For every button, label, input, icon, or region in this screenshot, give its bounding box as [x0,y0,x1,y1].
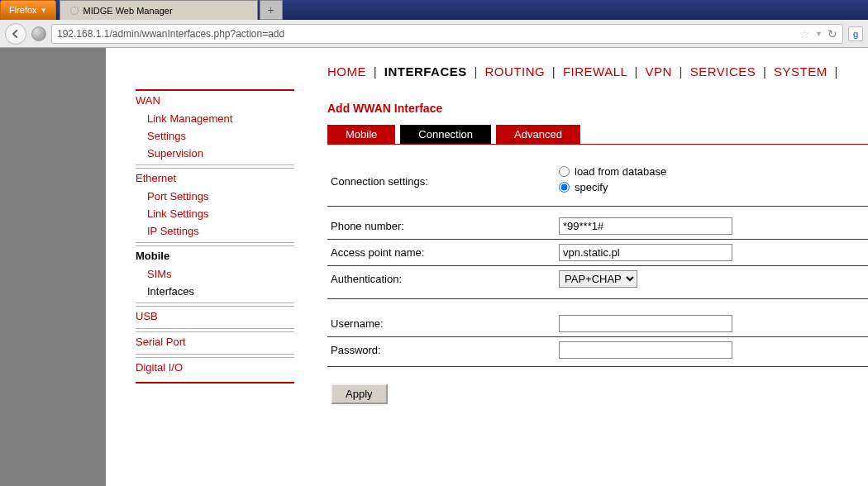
sidebar-item-supervision[interactable]: Supervision [136,145,294,162]
sidebar-head-wan[interactable]: WAN [136,89,294,110]
sidebar: WAN Link Management Settings Supervision… [106,48,311,486]
label-authentication: Authentication: [327,273,559,285]
sidebar-item-ip-settings[interactable]: IP Settings [136,222,294,240]
browser-tab-bar: Firefox ▼ MIDGE Web Manager + [0,0,868,20]
url-text: 192.168.1.1/admin/wwanInterfaces.php?act… [57,28,794,40]
search-engine-icon[interactable]: g [848,26,863,41]
sidebar-item-settings[interactable]: Settings [136,127,294,145]
nav-home[interactable]: HOME [327,64,366,79]
label-connection-settings: Connection settings: [327,175,559,188]
globe-icon [31,26,46,41]
sidebar-head-mobile[interactable]: Mobile [136,245,294,265]
sidebar-item-link-management[interactable]: Link Management [136,110,294,127]
radio-load-label: load from database [575,165,666,178]
bookmark-star-icon[interactable]: ☆ [799,27,810,40]
apply-button[interactable]: Apply [331,384,388,404]
radio-specify[interactable] [559,182,570,193]
nav-routing[interactable]: ROUTING [485,64,546,79]
input-username[interactable] [559,315,732,332]
main-content: HOME | INTERFACES | ROUTING | FIREWALL |… [311,48,868,486]
nav-interfaces[interactable]: INTERFACES [384,64,467,79]
sidebar-item-interfaces[interactable]: Interfaces [136,283,294,300]
sidebar-head-ethernet[interactable]: Ethernet [136,168,294,188]
sidebar-item-link-settings[interactable]: Link Settings [136,205,294,222]
dropdown-icon: ▼ [41,7,47,14]
nav-vpn[interactable]: VPN [646,64,672,79]
tab-mobile[interactable]: Mobile [327,125,395,144]
radio-specify-label: specify [575,181,608,193]
page-margin [0,48,106,486]
sidebar-head-serial-port[interactable]: Serial Port [136,331,294,351]
loading-spinner-icon [70,7,79,15]
sidebar-item-port-settings[interactable]: Port Settings [136,188,294,205]
history-dropdown-icon[interactable]: ▼ [815,30,823,38]
tab-title: MIDGE Web Manager [83,6,173,16]
input-phone-number[interactable] [559,217,732,235]
label-username: Username: [327,317,559,330]
nav-services[interactable]: SERVICES [690,64,756,79]
plus-icon: + [267,3,274,17]
firefox-menu-button[interactable]: Firefox ▼ [0,0,56,20]
arrow-left-icon [10,28,21,40]
tab-advanced[interactable]: Advanced [496,125,580,144]
input-apn[interactable] [559,244,732,261]
back-button[interactable] [5,23,26,45]
tabs: Mobile Connection Advanced [327,125,868,144]
url-bar: 192.168.1.1/admin/wwanInterfaces.php?act… [0,20,868,48]
label-password: Password: [327,344,559,356]
label-apn: Access point name: [327,246,559,259]
sidebar-head-usb[interactable]: USB [136,306,294,326]
url-input[interactable]: 192.168.1.1/admin/wwanInterfaces.php?act… [51,24,843,44]
firefox-label: Firefox [9,5,37,15]
nav-system[interactable]: SYSTEM [774,64,827,79]
radio-load-from-database[interactable] [559,166,570,177]
tab-connection[interactable]: Connection [400,125,491,144]
label-phone-number: Phone number: [327,220,559,232]
sidebar-item-sims[interactable]: SIMs [136,265,294,283]
page-title: Add WWAN Interface [327,102,868,115]
input-password[interactable] [559,341,732,359]
reload-icon[interactable]: ↻ [827,27,837,40]
new-tab-button[interactable]: + [260,0,283,20]
nav-firewall[interactable]: FIREWALL [563,64,627,79]
browser-tab[interactable]: MIDGE Web Manager [60,0,258,20]
sidebar-head-digital-io[interactable]: Digital I/O [136,357,294,377]
top-nav: HOME | INTERFACES | ROUTING | FIREWALL |… [327,64,868,79]
select-authentication[interactable]: PAP+CHAP [559,270,637,288]
